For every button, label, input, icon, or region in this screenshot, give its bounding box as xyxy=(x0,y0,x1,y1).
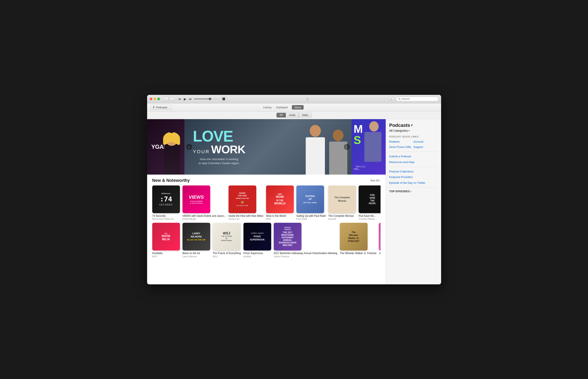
sidebar-divider-1 xyxy=(389,152,438,152)
minimize-button[interactable] xyxy=(154,98,156,100)
hero-right-bg: M S Mark Zucmp wit xyxy=(351,119,386,174)
podcast-item-invisibilia[interactable]: npr INVISIBILIA Invisibilia NPR xyxy=(152,223,180,258)
podcast-item-hive[interactable]: INSIDETHE HIVEW/NICK BILTON 🐝 BY VANITY … xyxy=(229,186,264,221)
top-episodes-label: TOP EPISODES xyxy=(389,190,410,193)
see-all-button[interactable]: See All › xyxy=(370,179,381,182)
close-button[interactable] xyxy=(150,98,152,100)
apple-logo:  xyxy=(307,97,308,101)
media-controls: ⏮ ▶ ⏭ xyxy=(178,96,192,101)
podcast-source-wsj: WSJ xyxy=(213,255,241,258)
carousel-next-button[interactable]: › xyxy=(344,144,350,150)
sidebar-link-twitter[interactable]: Episode of the Day on Twitter xyxy=(389,180,438,185)
nav-library[interactable]: Library xyxy=(263,106,272,109)
main-window: ‹ › ⏮ ▶ ⏭ ⬛  ≡ 🔍 🎙 Podcasts ⌄ xyxy=(147,95,441,284)
podcast-cover-wow: NPR WOWIN THEWORLD xyxy=(266,186,294,213)
traffic-lights xyxy=(150,98,160,100)
new-noteworthy-section: New & Noteworthy See All › MPRnews :74 xyxy=(147,174,386,261)
podcast-source-ponzi: Audible xyxy=(243,255,271,258)
search-bar[interactable]: 🔍 xyxy=(396,96,439,101)
podcast-item-berkshire[interactable]: YAHOO!FINANCE THE 2017BERKSHIREHATHAWAYA… xyxy=(274,223,337,258)
section-title: New & Noteworthy xyxy=(152,178,190,183)
hero-subtitle-text: How one chocolatier is workingto help Co… xyxy=(193,157,245,165)
hero-slide-center[interactable]: LOVE YOUR WORK How one chocolatier is wo… xyxy=(184,119,351,174)
podcast-cover-74sec: MPRnews :74 SECONDS xyxy=(152,186,180,213)
sidebar-title-text: Podcasts xyxy=(389,123,410,128)
fastforward-button[interactable]: ⏭ xyxy=(189,97,192,101)
podcast-selector[interactable]: 🎙 Podcasts ⌄ xyxy=(151,105,172,110)
hero-carousel: YGANG xyxy=(147,119,386,174)
podcast-source-invisibilia: NPR xyxy=(152,255,180,258)
sidebar-title-arrow[interactable]: ▾ xyxy=(411,123,413,127)
sidebar-link-support[interactable]: Support xyxy=(413,144,438,149)
filter-all[interactable]: All xyxy=(276,113,286,117)
podcast-item-undisco[interactable]: UNDISCOVERED Undiscovered xyxy=(379,223,380,258)
hero-center-bg: LOVE YOUR WORK How one chocolatier is wo… xyxy=(184,119,351,174)
podcast-item-wow[interactable]: NPR WOWIN THEWORLD Wow in the World NPR xyxy=(266,186,294,221)
history-nav: ‹ › xyxy=(163,97,175,101)
main-content: YGANG xyxy=(147,119,441,284)
nav-unplayed[interactable]: Unplayed xyxy=(276,106,288,109)
sidebar-link-collections[interactable]: Podcast Collections xyxy=(389,169,438,174)
hero-work-text: WORK xyxy=(211,144,245,155)
hero-right-with: wit xyxy=(354,167,357,170)
podcast-selector-arrow: ⌄ xyxy=(168,106,170,109)
podcast-source-74sec: Minnesota Public Ra... xyxy=(152,218,180,220)
maximize-button[interactable] xyxy=(157,98,160,100)
rewind-button[interactable]: ⏮ xyxy=(178,97,182,101)
podcast-source-wow: NPR xyxy=(266,218,294,220)
podcast-item-complete[interactable]: The CompleteWoman The Complete Woman Ear… xyxy=(328,186,356,221)
all-categories-arrow: ▾ xyxy=(409,129,410,132)
podcast-item-suiting[interactable]: SUITINGUPwith PAUL RABIL Suiting Up with… xyxy=(296,186,326,221)
hero-slide-right[interactable]: M S Mark Zucmp wit xyxy=(351,119,386,174)
podcast-item-wheeler[interactable]: TheWheelerWalker Jr.PODCAST The Wheeler … xyxy=(340,223,377,258)
progress-bar[interactable] xyxy=(194,98,220,99)
right-person xyxy=(364,121,383,164)
podcast-name-wow: Wow in the World xyxy=(266,214,294,218)
podcast-source-berkshire: Yahoo Finance xyxy=(274,255,337,258)
list-view-button[interactable]: ≡ xyxy=(389,97,394,101)
sidebar-link-account[interactable]: Account xyxy=(413,139,438,144)
podcast-name-pod: Pod Save the... xyxy=(359,214,381,218)
play-button[interactable]: ▶ xyxy=(183,96,187,101)
podcast-name-larry: Black on the Air xyxy=(182,252,210,255)
podcast-source-larry: Larry Wilmore xyxy=(182,255,210,258)
hero-slide-left[interactable]: YGANG xyxy=(147,119,184,174)
podcast-item-ponzi[interactable]: audible original PONZISUPERNOVA Ponzi Su… xyxy=(243,223,271,258)
podcast-name-views: VIEWS with David Dobrik and Jason... xyxy=(182,214,226,218)
back-button[interactable]: ‹ xyxy=(163,97,168,101)
quick-links-title: PODCAST QUICK LINKS xyxy=(389,135,438,138)
titlebar-center:  xyxy=(228,97,387,101)
airplay-button[interactable]: ⬛ xyxy=(221,96,226,101)
sidebar-link-resources[interactable]: Resources and Help xyxy=(389,160,438,165)
search-input[interactable] xyxy=(402,97,437,100)
sidebar-link-submit[interactable]: Submit a Podcast xyxy=(389,154,438,159)
podcast-name-undisco: Undiscovered xyxy=(379,252,380,255)
hero-left-bg: YGANG xyxy=(147,119,184,174)
podcast-cover-undisco: UNDISCOVERED xyxy=(379,223,380,251)
filter-audio[interactable]: Audio xyxy=(286,113,299,117)
hero-love-text: LOVE xyxy=(193,128,245,144)
podcast-item-larry[interactable]: LARRYWILMOREBLACK ON THE AIR Black on th… xyxy=(182,223,210,258)
person2 xyxy=(329,130,347,174)
hero-your-text: YOUR xyxy=(193,149,210,154)
sidebar-all-categories[interactable]: All Categories ▾ xyxy=(389,129,438,132)
podcast-name-wheeler: The Wheeler Walker Jr. Podcast xyxy=(340,252,377,255)
sidebar-link-featured[interactable]: Featured Providers xyxy=(389,174,438,179)
filter-video[interactable]: Video xyxy=(299,113,312,117)
podcast-item-wsj[interactable]: WSJ THE FUTUREOFEVERYTHING The Future of… xyxy=(213,223,241,258)
podcast-source-pod: Crooked Media... xyxy=(359,218,381,220)
podcast-name-wsj: The Future of Everything xyxy=(213,252,241,255)
forward-button[interactable]: › xyxy=(169,97,175,101)
carousel-prev-button[interactable]: ‹ xyxy=(186,144,192,150)
podcast-item-74sec[interactable]: MPRnews :74 SECONDS 74 Seconds Minnesota… xyxy=(152,186,180,221)
people-figures xyxy=(306,125,347,174)
podcast-cover-views: VIEWS DAVID DOBRIK& JASON NASH xyxy=(182,186,210,213)
nav-store[interactable]: Store xyxy=(292,105,303,110)
sidebar-link-gifts[interactable]: Send iTunes Gifts xyxy=(389,144,413,149)
top-episodes-link[interactable]: TOP EPISODES › xyxy=(389,190,438,193)
sidebar-link-redeem[interactable]: Redeem xyxy=(389,139,413,144)
quick-links-grid: Redeem Account Send iTunes Gifts Support xyxy=(389,139,438,150)
podcast-item-views[interactable]: VIEWS DAVID DOBRIK& JASON NASH VIEWS wit… xyxy=(182,186,226,221)
toolbar-left: 🎙 Podcasts ⌄ xyxy=(151,105,172,110)
podcast-item-pod[interactable]: PODSAVETHEPEOPL Pod Save the... Crooked … xyxy=(359,186,381,221)
